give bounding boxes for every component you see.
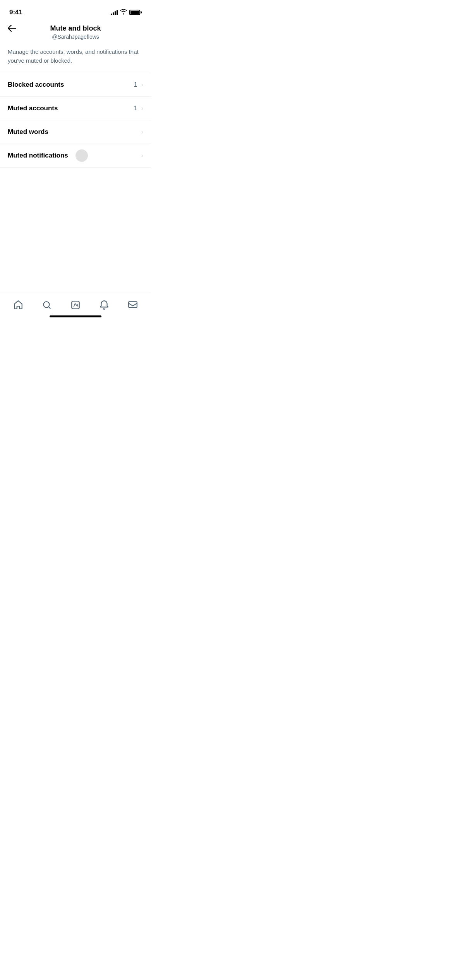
menu-list: Blocked accounts 1 › Muted accounts 1 › … — [0, 73, 151, 168]
muted-words-label: Muted words — [8, 128, 48, 136]
bottom-nav — [0, 293, 151, 327]
menu-item-left: Muted words — [8, 128, 48, 136]
wifi-icon — [120, 9, 127, 16]
page-title: Mute and block — [50, 24, 101, 33]
status-icons — [111, 9, 142, 16]
menu-item-right: › — [141, 152, 143, 159]
menu-item-left: Blocked accounts — [8, 81, 64, 89]
muted-accounts-label: Muted accounts — [8, 105, 58, 112]
nav-item-home[interactable] — [10, 297, 26, 313]
menu-item-right: › — [141, 128, 143, 135]
signal-icon — [111, 10, 118, 15]
svg-rect-2 — [129, 302, 137, 307]
nav-header: Mute and block @SarahJpageflows — [0, 19, 151, 43]
svg-rect-1 — [72, 301, 79, 309]
status-bar: 9:41 — [0, 0, 151, 19]
menu-item-right: 1 › — [134, 105, 143, 112]
chevron-right-icon: › — [141, 152, 143, 159]
page-subtitle: @SarahJpageflows — [50, 34, 101, 40]
page-description: Manage the accounts, words, and notifica… — [0, 43, 151, 73]
muted-accounts-count: 1 — [134, 105, 137, 112]
menu-item-right: 1 › — [134, 81, 143, 88]
chevron-right-icon: › — [141, 81, 143, 88]
nav-item-notifications[interactable] — [96, 297, 112, 313]
menu-item-blocked-accounts[interactable]: Blocked accounts 1 › — [0, 73, 151, 97]
home-indicator — [50, 315, 101, 317]
status-time: 9:41 — [9, 9, 22, 16]
compose-icon — [70, 300, 81, 310]
notifications-icon — [99, 300, 109, 310]
home-icon — [13, 300, 23, 310]
chevron-right-icon: › — [141, 128, 143, 135]
menu-item-left: Muted accounts — [8, 105, 58, 112]
back-button[interactable] — [8, 25, 16, 32]
touch-ripple — [76, 149, 88, 162]
messages-icon — [128, 300, 138, 310]
header-title-group: Mute and block @SarahJpageflows — [50, 24, 101, 40]
battery-icon — [129, 10, 142, 15]
search-icon — [42, 300, 52, 310]
nav-item-messages[interactable] — [125, 297, 141, 313]
menu-item-muted-accounts[interactable]: Muted accounts 1 › — [0, 97, 151, 120]
menu-item-left: Muted notifications — [8, 152, 68, 159]
nav-item-search[interactable] — [39, 297, 55, 313]
menu-item-muted-words[interactable]: Muted words › — [0, 120, 151, 144]
bottom-nav-items — [0, 297, 151, 313]
blocked-accounts-count: 1 — [134, 81, 137, 88]
menu-item-muted-notifications[interactable]: Muted notifications › — [0, 144, 151, 168]
muted-notifications-label: Muted notifications — [8, 152, 68, 159]
blocked-accounts-label: Blocked accounts — [8, 81, 64, 89]
chevron-right-icon: › — [141, 105, 143, 112]
nav-item-compose[interactable] — [67, 297, 84, 313]
